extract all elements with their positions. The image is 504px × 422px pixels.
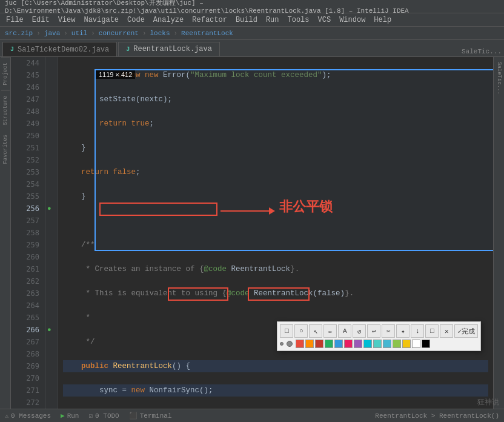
- tool-undo[interactable]: ↺: [353, 324, 366, 338]
- color-blue[interactable]: [334, 340, 343, 348]
- favorites-panel-label[interactable]: Favorites: [1, 130, 10, 169]
- tab-icon-j2: J: [126, 46, 130, 53]
- code-line-250: [63, 215, 488, 227]
- tool-text[interactable]: A: [338, 324, 351, 338]
- left-panel: Project Structure Favorites: [0, 57, 11, 409]
- color-magenta[interactable]: [354, 340, 362, 348]
- tool-download[interactable]: ↓: [411, 324, 424, 338]
- status-todo[interactable]: ☑ 0 TODO: [88, 412, 119, 420]
- tab-reentrantlock[interactable]: J ReentrantLock.java: [118, 42, 220, 56]
- nav-srczip[interactable]: src.zip: [5, 30, 33, 37]
- menu-file[interactable]: File: [2, 15, 27, 25]
- menu-build[interactable]: Build: [232, 15, 261, 25]
- code-line-252: * Creates an instance of {@code Reentran…: [63, 263, 488, 275]
- status-bar: ⚠ 0 Messages ▶ Run ☑ 0 TODO ⬛ Terminal R…: [0, 409, 504, 422]
- watermark: 狂神说: [477, 397, 499, 407]
- color-green[interactable]: [325, 340, 333, 348]
- tool-circle[interactable]: ○: [294, 324, 308, 338]
- messages-icon: ⚠: [5, 412, 8, 420]
- tool-clipboard[interactable]: □: [425, 324, 439, 338]
- color-black[interactable]: [422, 340, 430, 348]
- tab-icon-j: J: [10, 46, 14, 53]
- menu-edit[interactable]: Edit: [28, 15, 53, 25]
- nav-locks[interactable]: locks: [150, 30, 170, 37]
- color-white[interactable]: [412, 340, 420, 348]
- menu-view[interactable]: View: [55, 15, 79, 25]
- color-yellow[interactable]: [402, 340, 411, 348]
- size-medium-dot[interactable]: [287, 341, 293, 347]
- color-pink[interactable]: [344, 340, 353, 348]
- code-line-247: }: [63, 142, 488, 154]
- nav-reentrantlock[interactable]: ReentrantLock: [181, 30, 233, 37]
- project-panel-label[interactable]: Project: [1, 57, 10, 90]
- menu-navigate[interactable]: Navigate: [80, 15, 122, 25]
- code-line-256: public ReentrantLock() {: [63, 360, 488, 372]
- gutter-icons: ● ●: [46, 57, 58, 409]
- toolbar-row-colors: [280, 340, 478, 348]
- status-messages[interactable]: ⚠ 0 Messages: [5, 412, 51, 420]
- menu-code[interactable]: Code: [124, 15, 148, 25]
- tab-saleticket-label: SaleTicketDemo02.java: [18, 45, 109, 54]
- right-panel: SaleTic...: [493, 57, 504, 409]
- tool-cut[interactable]: ✂: [382, 324, 395, 338]
- status-right-info: ReentrantLock > ReentrantLock(): [375, 412, 499, 420]
- code-line-248: return false;: [63, 166, 488, 178]
- tab-reentrantlock-label: ReentrantLock.java: [133, 45, 212, 53]
- toolbar-row-shapes: □ ○ ↖ ✏ A ↺ ↩ ✂ ✦ ↓ □ ✕ ✓完成: [280, 324, 478, 338]
- menu-analyze[interactable]: Analyze: [150, 15, 187, 25]
- title-bar: juc [C:\Users\Administrator\Desktop\开发编程…: [0, 0, 504, 13]
- code-line-249: }: [63, 190, 488, 203]
- tabs-bar: J SaleTicketDemo02.java J ReentrantLock.…: [0, 40, 504, 57]
- menu-refactor[interactable]: Refactor: [188, 15, 231, 25]
- tool-close[interactable]: ✕: [440, 324, 453, 338]
- menu-vcs[interactable]: VCS: [314, 15, 335, 25]
- tool-done[interactable]: ✓完成: [454, 324, 478, 338]
- color-lightblue[interactable]: [363, 340, 372, 348]
- color-darkred[interactable]: [315, 340, 323, 348]
- structure-panel-label[interactable]: Structure: [1, 90, 10, 130]
- tool-rect[interactable]: □: [280, 324, 293, 338]
- tabs-right: SaleTic...: [462, 48, 502, 56]
- status-run[interactable]: ▶ Run: [61, 412, 79, 420]
- menu-bar: File Edit View Navigate Code Analyze Ref…: [0, 13, 504, 27]
- color-cyan[interactable]: [383, 340, 391, 348]
- menu-window[interactable]: Window: [336, 15, 369, 25]
- right-panel-label[interactable]: SaleTic...: [495, 57, 503, 99]
- color-red[interactable]: [296, 340, 304, 348]
- code-line-245: setState(nextc);: [63, 93, 488, 106]
- code-line-257: sync = new NonfairSync();: [63, 384, 488, 397]
- menu-help[interactable]: Help: [370, 15, 395, 25]
- tab-right-label: SaleTic...: [462, 48, 502, 55]
- tool-redo[interactable]: ↩: [367, 324, 380, 338]
- code-content: throw new Error("Maximum lock count exce…: [58, 57, 493, 409]
- color-orange[interactable]: [305, 340, 314, 348]
- annotation-toolbar: □ ○ ↖ ✏ A ↺ ↩ ✂ ✦ ↓ □ ✕ ✓完成: [277, 321, 481, 351]
- size-small-dot[interactable]: [280, 342, 284, 346]
- color-teal[interactable]: [373, 340, 382, 348]
- nav-util[interactable]: util: [71, 30, 87, 37]
- tool-cursor[interactable]: ↖: [309, 324, 322, 338]
- menu-tools[interactable]: Tools: [284, 15, 313, 25]
- code-line-244: throw new Error("Maximum lock count exce…: [63, 69, 488, 81]
- line-numbers: 244 245 246 247 248 249 250 251 252 253 …: [11, 57, 46, 409]
- menu-run[interactable]: Run: [262, 15, 283, 25]
- code-area: throw new Error("Maximum lock count exce…: [58, 57, 493, 409]
- todo-icon: ☑: [88, 412, 93, 420]
- terminal-icon: ⬛: [129, 412, 138, 420]
- status-terminal[interactable]: ⬛ Terminal: [129, 412, 172, 420]
- run-icon: ▶: [61, 412, 65, 420]
- tool-pencil[interactable]: ✏: [323, 324, 337, 338]
- color-lime[interactable]: [393, 340, 401, 348]
- code-line-246: return true;: [63, 118, 488, 130]
- code-line-251: /**: [63, 239, 488, 251]
- code-line-253: * This is equivalent to using {@code Ree…: [63, 287, 488, 300]
- tool-star[interactable]: ✦: [396, 324, 409, 338]
- nav-concurrent[interactable]: concurrent: [99, 30, 139, 37]
- nav-java[interactable]: java: [44, 30, 60, 37]
- nav-bar: src.zip › java › util › concurrent › loc…: [0, 27, 504, 40]
- tab-saleticket[interactable]: J SaleTicketDemo02.java: [2, 42, 117, 56]
- title-text: juc [C:\Users\Administrator\Desktop\开发编程…: [5, 0, 499, 15]
